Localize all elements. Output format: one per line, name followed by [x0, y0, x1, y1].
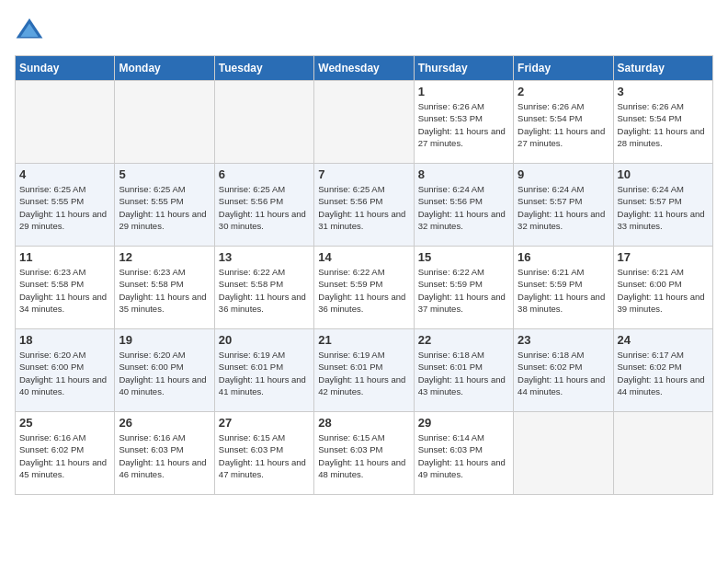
day-cell: 16Sunrise: 6:21 AMSunset: 5:59 PMDayligh… [514, 247, 613, 329]
day-cell: 19Sunrise: 6:20 AMSunset: 6:00 PMDayligh… [115, 329, 214, 412]
logo-icon [15, 15, 44, 44]
day-cell: 4Sunrise: 6:25 AMSunset: 5:55 PMDaylight… [16, 164, 115, 247]
day-info: Sunrise: 6:25 AMSunset: 5:55 PMDaylight:… [119, 183, 210, 232]
day-number: 10 [618, 167, 709, 181]
day-info: Sunrise: 6:20 AMSunset: 6:00 PMDaylight:… [19, 349, 110, 397]
day-cell: 5Sunrise: 6:25 AMSunset: 5:55 PMDaylight… [115, 164, 214, 247]
day-cell: 21Sunrise: 6:19 AMSunset: 6:01 PMDayligh… [314, 329, 414, 412]
day-number: 7 [318, 167, 409, 181]
day-cell [514, 412, 613, 495]
col-header-friday: Friday [514, 56, 613, 81]
day-info: Sunrise: 6:18 AMSunset: 6:02 PMDaylight:… [518, 349, 609, 397]
day-number: 18 [19, 333, 110, 347]
day-info: Sunrise: 6:21 AMSunset: 5:59 PMDaylight:… [518, 266, 609, 315]
calendar-body: 1Sunrise: 6:26 AMSunset: 5:53 PMDaylight… [16, 81, 713, 495]
col-header-wednesday: Wednesday [314, 56, 414, 81]
day-cell: 26Sunrise: 6:16 AMSunset: 6:03 PMDayligh… [115, 412, 214, 495]
day-info: Sunrise: 6:18 AMSunset: 6:01 PMDaylight:… [418, 349, 509, 397]
day-number: 15 [418, 250, 509, 264]
calendar-header: SundayMondayTuesdayWednesdayThursdayFrid… [16, 56, 713, 81]
week-row-1: 1Sunrise: 6:26 AMSunset: 5:53 PMDaylight… [16, 81, 713, 164]
day-number: 1 [418, 85, 509, 98]
day-number: 26 [119, 416, 210, 430]
day-info: Sunrise: 6:26 AMSunset: 5:53 PMDaylight:… [418, 100, 509, 149]
week-row-4: 18Sunrise: 6:20 AMSunset: 6:00 PMDayligh… [16, 329, 713, 412]
day-info: Sunrise: 6:16 AMSunset: 6:03 PMDaylight:… [119, 431, 210, 480]
day-number: 24 [618, 333, 709, 347]
col-header-monday: Monday [115, 56, 214, 81]
day-cell [613, 412, 712, 495]
day-cell: 11Sunrise: 6:23 AMSunset: 5:58 PMDayligh… [16, 247, 115, 329]
day-number: 5 [119, 167, 210, 181]
day-info: Sunrise: 6:22 AMSunset: 5:59 PMDaylight:… [418, 266, 509, 315]
day-info: Sunrise: 6:26 AMSunset: 5:54 PMDaylight:… [618, 100, 709, 149]
day-info: Sunrise: 6:24 AMSunset: 5:57 PMDaylight:… [618, 183, 709, 232]
day-number: 13 [219, 250, 310, 264]
day-cell [16, 81, 115, 164]
day-number: 6 [219, 167, 310, 181]
day-number: 17 [618, 250, 709, 264]
day-cell [115, 81, 214, 164]
day-cell: 9Sunrise: 6:24 AMSunset: 5:57 PMDaylight… [514, 164, 613, 247]
day-info: Sunrise: 6:15 AMSunset: 6:03 PMDaylight:… [318, 431, 409, 480]
day-info: Sunrise: 6:24 AMSunset: 5:57 PMDaylight:… [518, 183, 609, 232]
day-number: 12 [119, 250, 210, 264]
day-cell: 22Sunrise: 6:18 AMSunset: 6:01 PMDayligh… [414, 329, 513, 412]
day-number: 9 [518, 167, 609, 181]
day-cell: 1Sunrise: 6:26 AMSunset: 5:53 PMDaylight… [414, 81, 513, 164]
week-row-3: 11Sunrise: 6:23 AMSunset: 5:58 PMDayligh… [16, 247, 713, 329]
day-info: Sunrise: 6:25 AMSunset: 5:56 PMDaylight:… [219, 183, 310, 232]
day-info: Sunrise: 6:20 AMSunset: 6:00 PMDaylight:… [119, 349, 210, 397]
day-info: Sunrise: 6:23 AMSunset: 5:58 PMDaylight:… [19, 266, 110, 315]
week-row-5: 25Sunrise: 6:16 AMSunset: 6:02 PMDayligh… [16, 412, 713, 495]
day-number: 23 [518, 333, 609, 347]
day-cell [314, 81, 414, 164]
week-row-2: 4Sunrise: 6:25 AMSunset: 5:55 PMDaylight… [16, 164, 713, 247]
day-cell: 17Sunrise: 6:21 AMSunset: 6:00 PMDayligh… [613, 247, 712, 329]
day-number: 16 [518, 250, 609, 264]
day-info: Sunrise: 6:14 AMSunset: 6:03 PMDaylight:… [418, 431, 509, 480]
day-number: 8 [418, 167, 509, 181]
day-number: 25 [19, 416, 110, 430]
day-cell: 2Sunrise: 6:26 AMSunset: 5:54 PMDaylight… [514, 81, 613, 164]
day-info: Sunrise: 6:22 AMSunset: 5:58 PMDaylight:… [219, 266, 310, 315]
header [15, 15, 713, 44]
day-info: Sunrise: 6:19 AMSunset: 6:01 PMDaylight:… [318, 349, 409, 397]
calendar-table: SundayMondayTuesdayWednesdayThursdayFrid… [15, 55, 713, 495]
day-number: 27 [219, 416, 310, 430]
col-header-tuesday: Tuesday [214, 56, 313, 81]
day-info: Sunrise: 6:22 AMSunset: 5:59 PMDaylight:… [318, 266, 409, 315]
day-number: 3 [618, 85, 709, 98]
col-header-thursday: Thursday [414, 56, 513, 81]
day-cell [214, 81, 313, 164]
day-number: 20 [219, 333, 310, 347]
day-cell: 28Sunrise: 6:15 AMSunset: 6:03 PMDayligh… [314, 412, 414, 495]
day-cell: 25Sunrise: 6:16 AMSunset: 6:02 PMDayligh… [16, 412, 115, 495]
day-info: Sunrise: 6:23 AMSunset: 5:58 PMDaylight:… [119, 266, 210, 315]
day-number: 19 [119, 333, 210, 347]
day-cell: 13Sunrise: 6:22 AMSunset: 5:58 PMDayligh… [214, 247, 313, 329]
col-header-sunday: Sunday [16, 56, 115, 81]
day-info: Sunrise: 6:25 AMSunset: 5:55 PMDaylight:… [19, 183, 110, 232]
header-row: SundayMondayTuesdayWednesdayThursdayFrid… [16, 56, 713, 81]
day-cell: 10Sunrise: 6:24 AMSunset: 5:57 PMDayligh… [613, 164, 712, 247]
day-cell: 14Sunrise: 6:22 AMSunset: 5:59 PMDayligh… [314, 247, 414, 329]
day-number: 14 [318, 250, 409, 264]
day-number: 4 [19, 167, 110, 181]
day-info: Sunrise: 6:17 AMSunset: 6:02 PMDaylight:… [618, 349, 709, 397]
day-number: 28 [318, 416, 409, 430]
day-info: Sunrise: 6:16 AMSunset: 6:02 PMDaylight:… [19, 431, 110, 480]
day-cell: 8Sunrise: 6:24 AMSunset: 5:56 PMDaylight… [414, 164, 513, 247]
day-number: 21 [318, 333, 409, 347]
day-number: 22 [418, 333, 509, 347]
day-info: Sunrise: 6:21 AMSunset: 6:00 PMDaylight:… [618, 266, 709, 315]
day-number: 2 [518, 85, 609, 98]
day-cell: 7Sunrise: 6:25 AMSunset: 5:56 PMDaylight… [314, 164, 414, 247]
day-info: Sunrise: 6:24 AMSunset: 5:56 PMDaylight:… [418, 183, 509, 232]
day-info: Sunrise: 6:25 AMSunset: 5:56 PMDaylight:… [318, 183, 409, 232]
day-info: Sunrise: 6:19 AMSunset: 6:01 PMDaylight:… [219, 349, 310, 397]
day-cell: 3Sunrise: 6:26 AMSunset: 5:54 PMDaylight… [613, 81, 712, 164]
day-cell: 20Sunrise: 6:19 AMSunset: 6:01 PMDayligh… [214, 329, 313, 412]
day-cell: 29Sunrise: 6:14 AMSunset: 6:03 PMDayligh… [414, 412, 513, 495]
day-cell: 23Sunrise: 6:18 AMSunset: 6:02 PMDayligh… [514, 329, 613, 412]
